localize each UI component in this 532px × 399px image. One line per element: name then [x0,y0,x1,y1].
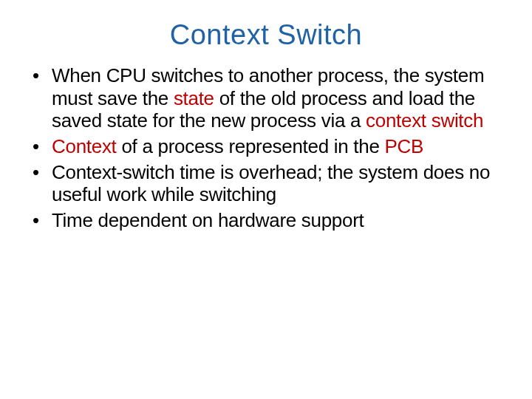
list-item: When CPU switches to another process, th… [30,64,507,132]
slide-title: Context Switch [21,19,511,51]
bullet-text: Context-switch time is overhead; the sys… [52,161,490,206]
keyword: PCB [385,135,424,157]
slide: Context Switch When CPU switches to anot… [0,0,532,399]
list-item: Context of a process represented in the … [30,135,507,158]
bullet-text: Time dependent on hardware support [52,209,364,231]
bullet-text: of a process represented in the [117,135,385,157]
list-item: Time dependent on hardware support [30,209,507,232]
bullet-list: When CPU switches to another process, th… [21,64,511,232]
list-item: Context-switch time is overhead; the sys… [30,161,507,206]
keyword: state [174,87,214,109]
keyword: Context [52,135,117,157]
keyword: context switch [366,109,483,132]
